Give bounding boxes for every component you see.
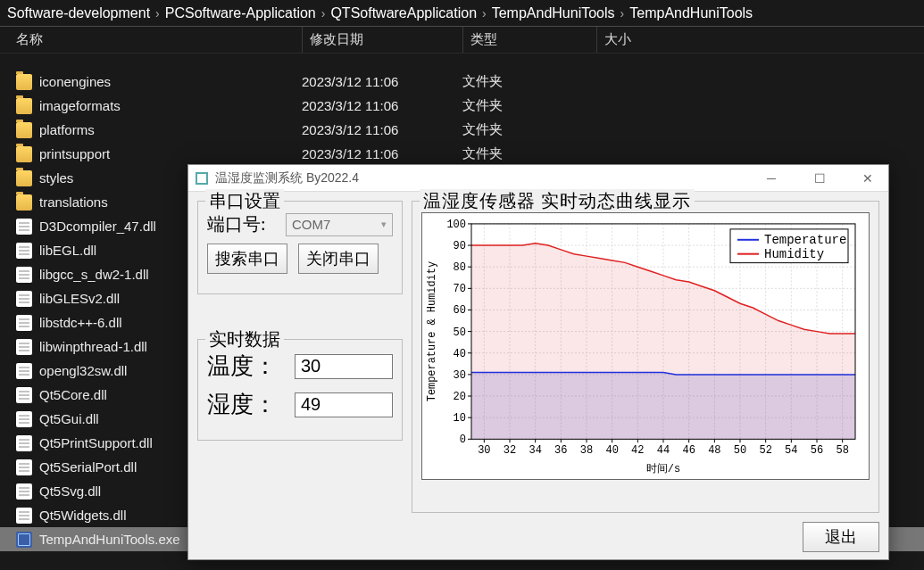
chevron-right-icon: › (321, 6, 326, 21)
file-row[interactable]: printsupport2023/3/12 11:06文件夹 (0, 142, 924, 166)
file-type: 文件夹 (462, 121, 595, 138)
breadcrumb-item[interactable]: TempAndHuniTools (492, 5, 615, 21)
svg-text:80: 80 (454, 261, 466, 274)
qt-titlebar[interactable]: 温湿度监测系统 By2022.4 ─ ☐ ✕ (188, 165, 888, 192)
svg-text:54: 54 (785, 444, 797, 457)
breadcrumb-item[interactable]: QTSoftwareApplication (330, 5, 477, 21)
chart-group-label: 温湿度传感器 实时动态曲线显示 (420, 189, 695, 213)
file-date: 2023/3/12 11:06 (302, 146, 462, 161)
chart-plot: 0102030405060708090100303234363840424446… (421, 212, 870, 480)
file-row[interactable]: iconengines2023/3/12 11:06文件夹 (0, 70, 924, 94)
breadcrumb-item[interactable]: Software-development (7, 5, 150, 21)
chevron-right-icon: › (155, 6, 160, 21)
svg-text:30: 30 (454, 369, 466, 382)
folder-icon (16, 170, 32, 186)
svg-text:58: 58 (836, 444, 848, 457)
qt-title-text: 温湿度监测系统 By2022.4 (215, 170, 359, 186)
dll-icon (16, 411, 32, 427)
svg-text:Humidity: Humidity (764, 247, 824, 261)
svg-text:Temperature & Humidity: Temperature & Humidity (426, 261, 438, 401)
svg-text:46: 46 (682, 444, 695, 457)
dll-icon (16, 387, 32, 403)
svg-text:时间/s: 时间/s (646, 463, 680, 475)
close-button[interactable]: ✕ (847, 165, 888, 192)
file-type: 文件夹 (462, 73, 595, 90)
column-headers: 名称 修改日期 类型 大小 (0, 27, 924, 54)
file-date: 2023/3/12 11:06 (302, 74, 462, 89)
file-type: 文件夹 (462, 97, 595, 114)
exit-button[interactable]: 退出 (803, 522, 879, 552)
port-label: 端口号: (207, 212, 279, 236)
col-name[interactable]: 名称 (16, 27, 302, 53)
svg-text:42: 42 (631, 444, 644, 457)
file-date: 2023/3/12 11:06 (302, 98, 462, 113)
close-port-button[interactable]: 关闭串口 (298, 244, 379, 274)
humi-value-field[interactable]: 49 (295, 392, 393, 417)
file-row[interactable]: platforms2023/3/12 11:06文件夹 (0, 118, 924, 142)
svg-text:70: 70 (454, 283, 466, 295)
dll-icon (16, 267, 32, 283)
minimize-button[interactable]: ─ (751, 165, 792, 192)
svg-text:50: 50 (734, 444, 746, 457)
dll-icon (16, 508, 32, 524)
humi-label: 湿度： (207, 389, 287, 420)
svg-text:50: 50 (454, 326, 466, 339)
file-name: printsupport (39, 146, 302, 161)
dll-icon (16, 339, 32, 355)
file-name: iconengines (39, 74, 302, 89)
port-value: COM7 (292, 217, 330, 232)
svg-text:34: 34 (529, 444, 541, 457)
dll-icon (16, 435, 32, 451)
file-name: imageformats (39, 98, 302, 113)
breadcrumb-item[interactable]: TempAndHuniTools (629, 5, 753, 21)
svg-text:Temperature: Temperature (764, 233, 846, 247)
svg-text:48: 48 (708, 444, 720, 457)
svg-text:38: 38 (580, 444, 593, 457)
file-date: 2023/3/12 11:06 (302, 122, 462, 137)
col-type[interactable]: 类型 (462, 27, 596, 53)
col-date[interactable]: 修改日期 (302, 27, 462, 53)
file-row[interactable]: imageformats2023/3/12 11:06文件夹 (0, 94, 924, 118)
svg-text:36: 36 (554, 444, 567, 457)
dll-icon (16, 483, 32, 500)
dll-icon (16, 243, 32, 259)
folder-icon (16, 98, 32, 114)
temp-label: 温度： (207, 351, 287, 382)
folder-icon (16, 74, 32, 90)
data-group-label: 实时数据 (205, 327, 284, 351)
chevron-right-icon: › (620, 6, 625, 21)
breadcrumb-item[interactable]: PCSoftware-Application (165, 5, 316, 21)
serial-settings-group: 串口设置 端口号: COM7 搜索串口 关闭串口 (197, 201, 403, 294)
serial-group-label: 串口设置 (205, 189, 284, 213)
folder-icon (16, 122, 32, 138)
svg-text:40: 40 (454, 348, 466, 360)
dll-icon (16, 291, 32, 307)
svg-text:44: 44 (657, 444, 670, 457)
svg-text:52: 52 (759, 444, 771, 457)
chart-group: 温湿度传感器 实时动态曲线显示 010203040506070809010030… (412, 201, 879, 513)
folder-icon (16, 146, 32, 162)
file-name: platforms (39, 122, 302, 137)
qt-app-icon (196, 172, 208, 185)
svg-text:32: 32 (504, 444, 516, 457)
dll-icon (16, 219, 32, 235)
svg-text:20: 20 (454, 391, 466, 403)
port-select[interactable]: COM7 (286, 213, 393, 236)
dll-icon (16, 459, 32, 475)
svg-text:90: 90 (454, 240, 466, 252)
svg-text:60: 60 (454, 304, 466, 317)
svg-text:100: 100 (446, 219, 466, 231)
svg-text:56: 56 (811, 444, 823, 457)
temp-value-field[interactable]: 30 (295, 354, 393, 379)
exe-icon (16, 532, 32, 548)
maximize-button[interactable]: ☐ (799, 165, 840, 192)
search-port-button[interactable]: 搜索串口 (207, 244, 287, 274)
realtime-data-group: 实时数据 温度： 30 湿度： 49 (197, 339, 403, 441)
folder-icon (16, 194, 32, 211)
col-size[interactable]: 大小 (596, 27, 703, 53)
chevron-right-icon: › (482, 6, 487, 21)
breadcrumb: Software-development›PCSoftware-Applicat… (0, 0, 924, 27)
svg-text:0: 0 (460, 434, 466, 446)
svg-text:30: 30 (478, 444, 490, 457)
dll-icon (16, 315, 32, 331)
